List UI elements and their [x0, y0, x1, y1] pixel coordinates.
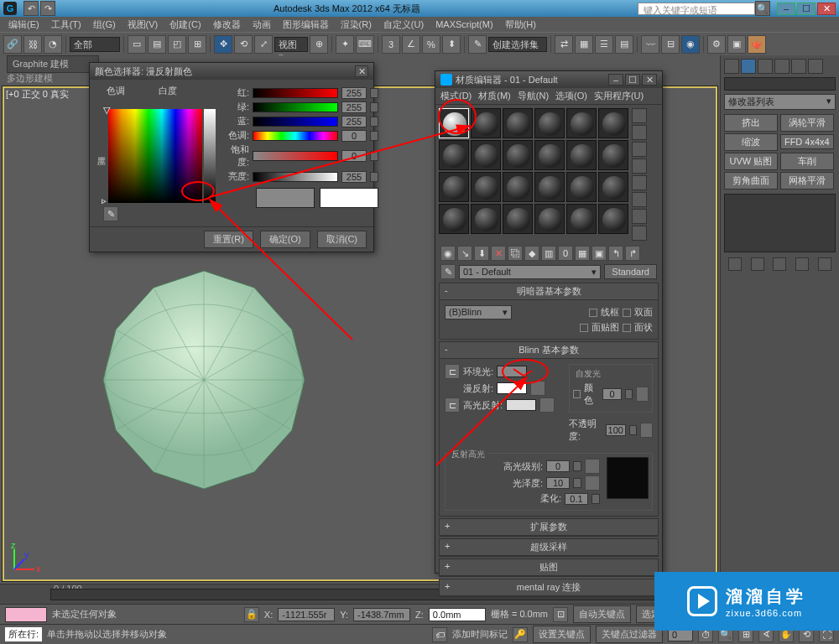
render-icon[interactable]: 🫖: [748, 35, 766, 54]
sat-spinner[interactable]: [370, 151, 378, 161]
maximize-button[interactable]: ☐: [797, 3, 816, 15]
polyhedron-object[interactable]: [86, 262, 321, 497]
keyfilter-button[interactable]: 关键点过滤器: [596, 626, 663, 643]
mat-menu-options[interactable]: 选项(O): [555, 90, 587, 102]
go-sibling-icon[interactable]: ↱: [625, 246, 640, 261]
blinn-rollout-header[interactable]: -Blinn 基本参数: [440, 342, 658, 359]
sample-uv-icon[interactable]: [632, 158, 647, 174]
material-slot[interactable]: [598, 108, 628, 138]
color-picker-close-icon[interactable]: ✕: [355, 65, 368, 77]
refcoord-dropdown[interactable]: 视图 ▾: [274, 37, 308, 52]
si-value[interactable]: 0: [602, 388, 622, 400]
get-material-icon[interactable]: ◉: [440, 246, 456, 261]
graphite-ribbon[interactable]: Graphite 建模: [7, 55, 99, 73]
pick-material-icon[interactable]: ✎: [440, 264, 456, 279]
red-slider[interactable]: [253, 88, 338, 98]
menu-animation[interactable]: 动画: [248, 18, 276, 32]
menu-tools[interactable]: 工具(T): [46, 18, 86, 32]
menu-view[interactable]: 视图(V): [122, 18, 164, 32]
mod-uvw[interactable]: UVW 贴图: [724, 153, 778, 170]
material-slot[interactable]: [534, 204, 565, 234]
object-name-input[interactable]: [724, 77, 836, 91]
schematic-icon[interactable]: ⊟: [661, 35, 680, 54]
material-slot[interactable]: [503, 140, 533, 170]
material-slot[interactable]: [598, 172, 628, 202]
modifier-list-dropdown[interactable]: 修改器列表▾: [724, 94, 836, 110]
layers-icon[interactable]: ☰: [595, 35, 613, 54]
material-slot[interactable]: [471, 204, 501, 234]
lock-ambient-icon[interactable]: ⊏: [445, 364, 460, 379]
sample-type-icon[interactable]: [632, 108, 647, 123]
ok-button[interactable]: 确定(O): [260, 231, 310, 248]
mirror-icon[interactable]: ⇄: [555, 35, 573, 54]
selection-filter-dropdown[interactable]: 全部: [70, 37, 120, 52]
unique-icon[interactable]: [773, 257, 786, 271]
mat-max-button[interactable]: ☐: [625, 74, 640, 86]
material-slot[interactable]: [471, 140, 501, 170]
mod-extrude[interactable]: 挤出: [724, 114, 778, 132]
gloss-spinner[interactable]: [573, 478, 581, 488]
named-selection-input[interactable]: 创建选择集: [488, 37, 547, 52]
red-value[interactable]: 255: [341, 87, 367, 99]
modify-tab-icon[interactable]: [741, 59, 756, 74]
pin-stack-icon[interactable]: [728, 257, 742, 271]
mray-rollout-header[interactable]: +mental ray 连接: [440, 579, 658, 596]
shader-dropdown[interactable]: (B)Blinn▾: [445, 305, 512, 319]
reset-button[interactable]: 重置(R): [204, 231, 253, 248]
script-listener[interactable]: [5, 607, 47, 622]
material-type-button[interactable]: Standard: [604, 264, 657, 279]
lock-selection-icon[interactable]: 🔒: [244, 607, 259, 622]
mat-close-button[interactable]: ✕: [642, 74, 657, 86]
gloss-value[interactable]: 10: [546, 477, 570, 489]
scale-icon[interactable]: ⤢: [254, 35, 273, 54]
pivot-icon[interactable]: ⊕: [310, 35, 328, 54]
percent-snap-icon[interactable]: %: [422, 35, 440, 54]
layer-mgr-icon[interactable]: ▤: [615, 35, 633, 54]
key-icon[interactable]: 🔑: [513, 627, 528, 642]
hue-value[interactable]: 0: [341, 130, 367, 142]
render-frame-icon[interactable]: ▣: [727, 35, 746, 54]
spec-level-map-icon[interactable]: [585, 459, 600, 474]
go-parent-icon[interactable]: ↰: [608, 246, 623, 261]
hierarchy-tab-icon[interactable]: [758, 59, 773, 74]
show-map-icon[interactable]: ▦: [575, 246, 590, 261]
soften-value[interactable]: 0.1: [565, 493, 588, 505]
diffuse-map-icon[interactable]: [530, 381, 545, 396]
isolate-icon[interactable]: ⊡: [553, 607, 568, 622]
mat-min-button[interactable]: –: [608, 74, 623, 86]
material-slot[interactable]: [439, 140, 469, 170]
minimize-button[interactable]: –: [777, 3, 795, 15]
close-button[interactable]: ✕: [817, 3, 836, 15]
material-slot[interactable]: [439, 204, 469, 234]
select-icon[interactable]: ▭: [128, 35, 146, 54]
show-end-icon[interactable]: [751, 257, 764, 271]
reset-map-icon[interactable]: ✕: [491, 246, 506, 261]
sat-slider[interactable]: [253, 151, 338, 161]
coord-y[interactable]: -1438.7mm: [353, 608, 410, 621]
show-end-result-icon[interactable]: ▣: [591, 246, 607, 261]
gloss-map-icon[interactable]: [585, 475, 600, 491]
opacity-spinner[interactable]: [629, 425, 637, 435]
green-value[interactable]: 255: [341, 101, 367, 113]
material-editor-icon[interactable]: ◉: [681, 35, 700, 54]
blue-spinner[interactable]: [370, 117, 378, 127]
material-name-dropdown[interactable]: 01 - Default▾: [459, 265, 601, 279]
material-slot[interactable]: [503, 172, 533, 202]
green-slider[interactable]: [253, 102, 338, 112]
mat-menu-material[interactable]: 材质(M): [478, 90, 511, 102]
search-icon[interactable]: 🔍: [755, 1, 770, 16]
mod-turbosmooth[interactable]: 涡轮平滑: [780, 114, 834, 132]
add-time-tag[interactable]: 添加时间标记: [452, 628, 508, 641]
cancel-button[interactable]: 取消(C): [317, 231, 367, 248]
create-tab-icon[interactable]: [724, 59, 739, 74]
remove-mod-icon[interactable]: [795, 257, 809, 271]
modifier-stack[interactable]: [724, 194, 836, 252]
material-slot[interactable]: [566, 204, 597, 234]
menu-edit[interactable]: 编辑(E): [3, 18, 44, 32]
redo-icon[interactable]: ↷: [40, 1, 55, 16]
mat-menu-nav[interactable]: 导航(N): [518, 90, 549, 102]
coord-x[interactable]: -1121.555r: [278, 608, 335, 621]
specular-swatch[interactable]: [506, 399, 536, 411]
sat-value[interactable]: 0: [341, 150, 367, 162]
red-spinner[interactable]: [370, 88, 378, 98]
